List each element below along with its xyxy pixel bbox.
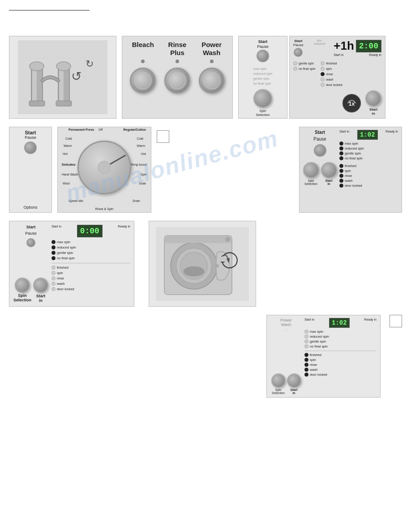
small-square-r2	[157, 130, 169, 143]
plus1h-spin-opts: gentle spin no final spin	[293, 61, 315, 87]
start-pause-button-sm[interactable]	[257, 50, 269, 62]
off-label: Off	[98, 128, 103, 131]
r2-door-status-label: door locked	[345, 184, 362, 188]
pw-indicators: Start in 1:02 Ready in max spin reduced …	[304, 318, 377, 395]
r2-start-in-label: Startin	[325, 179, 333, 185]
bleach-knob[interactable]	[130, 68, 156, 94]
pw-spin-sel-knob[interactable]	[271, 373, 286, 388]
sp-gentle-label: gentle spin	[57, 251, 73, 255]
r2-knobs-row: SpinSelection Startin	[303, 162, 337, 185]
brpw-knobs	[126, 68, 229, 94]
r2-door-locked-status: door locked	[339, 184, 398, 188]
bleach-label: Bleach	[127, 41, 158, 57]
cold-right-label: Cold	[137, 137, 143, 140]
sp-start-pause-btn[interactable]	[26, 238, 35, 247]
status-spin: spin	[321, 67, 342, 71]
plus1h-spin-indicators: dim reduced	[314, 39, 325, 45]
start-in-text: Start in	[334, 53, 343, 56]
pw-start-in-knob[interactable]	[287, 373, 301, 388]
r2-time-display: 1:02	[357, 130, 378, 140]
rcp-indicators-r2: Start in 1:02 Ready in max spin reduced …	[339, 130, 398, 210]
status-wash: wash	[321, 77, 342, 82]
spin-selection-knob-sm[interactable]	[253, 89, 272, 108]
r2-dot-finished	[339, 164, 343, 168]
pause-big-label: Pause	[25, 135, 36, 140]
r2-dot-reduced	[339, 146, 343, 150]
plus1h-bottom: 1x Startin	[293, 90, 381, 116]
spin-panel-r3: Start Pause SpinSelection Startin	[9, 221, 134, 307]
ready-in-text: Ready in	[369, 53, 381, 56]
plus1h-label: +1h	[334, 39, 354, 53]
plus1h-pause-label: Pause	[293, 43, 304, 47]
reduced-spin-status: reduced spin	[253, 72, 273, 76]
r2-finished-label: finished	[345, 164, 356, 168]
sp-divider	[51, 263, 130, 263]
start-label-sm: Start	[258, 40, 268, 44]
pw-start-in-label: Startin	[291, 388, 298, 395]
sp-start-in-knob[interactable]	[33, 278, 48, 293]
start-in-knob[interactable]	[365, 90, 381, 107]
top-divider	[9, 10, 90, 11]
pw-wash: wash	[304, 368, 377, 372]
plus1h-big-section: +1h 2:00 Start in Ready in	[334, 39, 381, 56]
speed-mix-label: Speed Mix	[68, 199, 83, 202]
pw-door-label: door locked	[310, 373, 327, 377]
r2-start-in: Startin	[321, 162, 337, 185]
r2-dot-gentle	[339, 151, 343, 155]
sp-bottom-knobs: SpinSelection Startin	[13, 278, 48, 303]
spin-selection-section: SpinSelection	[253, 89, 272, 117]
r2-max-spin-label: max spin	[345, 142, 358, 146]
hand-wash-label: Hand Wash	[62, 173, 78, 176]
pw-left: PowerWash ○ SpinSelection Startin	[270, 318, 302, 395]
pw-rinse-label: rinse	[310, 363, 317, 367]
pw-no-final: no final spin	[304, 344, 377, 348]
gentle-spin-status: gentle spin	[253, 77, 273, 81]
start-in-knob-label: Startin	[369, 107, 377, 116]
drain-label: Drain	[133, 199, 140, 202]
r2-start-ready-labels: Start in 1:02 Ready in	[339, 130, 398, 140]
sp-spin-sel-knob-cont: SpinSelection	[13, 278, 31, 303]
r2-spin-sel-knob[interactable]	[303, 162, 319, 178]
pw-spin-sel-cont: SpinSelection	[271, 373, 286, 395]
pw-nofinal-label: no final spin	[310, 344, 328, 348]
main-dial[interactable]	[77, 141, 131, 194]
pw-spin-label: spin	[310, 358, 316, 362]
badge-container: 1x	[342, 93, 362, 113]
pw-rinse: rinse	[304, 363, 377, 367]
sp-spin-sel-knob[interactable]	[15, 278, 30, 293]
sp-start-in-cont: Startin	[33, 278, 48, 303]
start-pause-big-button[interactable]	[24, 142, 37, 154]
sp-no-final: no final spin	[51, 256, 130, 260]
pw-start-in-lbl: Start in	[304, 318, 314, 328]
pw-spin-sel-label: SpinSelection	[272, 388, 285, 395]
sp-door-locked: door locked	[51, 287, 130, 291]
pw-max-spin-label: max spin	[310, 330, 323, 334]
power-wash-knob[interactable]	[199, 68, 225, 94]
pw-reduced-spin: reduced spin	[304, 335, 377, 339]
pw-reduced-label: reduced spin	[310, 335, 329, 339]
plus1h-start-pause-button[interactable]	[294, 48, 303, 57]
r2-start-in-knob[interactable]	[321, 162, 337, 178]
start-big-label: Start	[25, 130, 36, 135]
pw-time-display: 1:02	[329, 318, 350, 328]
brpw-dots	[126, 60, 229, 63]
sp-dot-rinse	[51, 276, 56, 280]
rinse-plus-knob[interactable]	[164, 68, 190, 94]
pw-ready-in-lbl: Ready in	[364, 318, 377, 328]
r2-no-final-spin-label: no final spin	[345, 156, 363, 160]
wool-label: Wool	[63, 182, 70, 185]
pw-dot-finished	[304, 353, 308, 357]
spin-dot-gentle	[293, 61, 297, 65]
power-wash-dot	[210, 60, 214, 63]
right-ctrl-panel-r2: Start Pause SpinSelection Startin	[299, 127, 402, 213]
start-pause-ctrl-sm: Start Pause max spin reduced spin gentle…	[238, 36, 287, 119]
spin-dot-nofinal	[293, 67, 297, 71]
pw-start-in-cont: Startin	[287, 373, 301, 395]
svg-rect-28	[164, 235, 232, 243]
r2-start-pause-btn[interactable]	[314, 144, 326, 157]
status-finished-label: finished	[326, 62, 337, 65]
perm-press-label: Permanent Press	[68, 128, 94, 131]
power-wash-ctrl: PowerWash ○ SpinSelection Startin Star	[266, 315, 381, 398]
warm-left-label: Warm	[64, 144, 72, 147]
brpw-labels: Bleach Rinse Plus Power Wash	[126, 41, 229, 57]
